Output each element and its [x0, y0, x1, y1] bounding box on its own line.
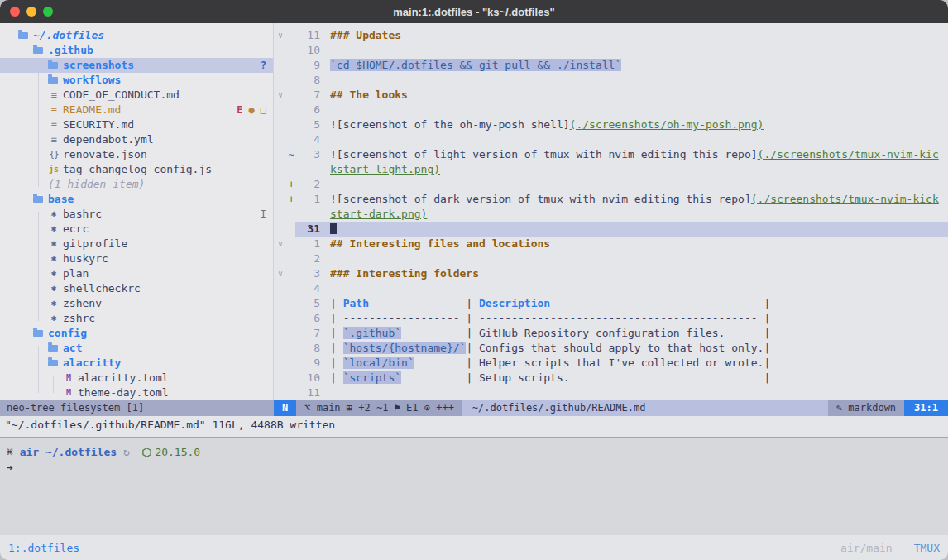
- tree-item[interactable]: jstag-changelog-config.js: [0, 162, 273, 177]
- filename-segment: ~/.dotfiles/.github/README.md: [462, 400, 828, 416]
- tree-folder[interactable]: config: [0, 326, 273, 341]
- editor-line[interactable]: 4: [274, 281, 948, 296]
- editor-line[interactable]: +2: [274, 177, 948, 192]
- fold-column: [274, 103, 287, 117]
- fold-chevron-icon: ∨: [274, 28, 287, 43]
- line-number: 7: [295, 326, 330, 341]
- fold-column: [274, 341, 287, 356]
- tree-item[interactable]: ≡README.mdE●□: [0, 103, 273, 117]
- line-text: ## Interesting files and locations: [330, 237, 948, 251]
- line-number: 9: [295, 356, 330, 371]
- error-badge: E: [237, 103, 242, 117]
- editor-line[interactable]: 5| Path | Description |: [274, 296, 948, 311]
- editor-line[interactable]: 31: [274, 222, 948, 237]
- editor-line[interactable]: 9`cd $HOME/.dotfiles && git pull && ./in…: [274, 58, 948, 73]
- toml-icon: M: [63, 371, 74, 385]
- sign-column: [287, 296, 295, 311]
- editor-line[interactable]: 5![screenshot of the oh-my-posh shell](.…: [274, 117, 948, 132]
- tree-folder[interactable]: screenshots?: [0, 58, 273, 73]
- tree-item[interactable]: {}renovate.json: [0, 147, 273, 162]
- editor-line[interactable]: 11: [274, 385, 948, 400]
- close-window-button[interactable]: [10, 7, 20, 17]
- editor-line[interactable]: 9| `local/bin` | Helper scripts that I'v…: [274, 356, 948, 371]
- tree-item[interactable]: ✱plan: [0, 266, 273, 281]
- dotfile-icon: ✱: [48, 296, 60, 311]
- tree-folder[interactable]: ~/.dotfiles: [0, 28, 273, 43]
- tree-item-label: .github: [48, 43, 93, 58]
- shell-pane[interactable]: ⌘ air ~/.dotfiles ↻ 20.15.0 ➜: [0, 437, 948, 535]
- line-segment: Path: [343, 297, 369, 309]
- tree-item[interactable]: ✱zshenv: [0, 296, 273, 311]
- tree-item[interactable]: ✱zshrc: [0, 311, 273, 326]
- editor-line[interactable]: ∨7## The looks: [274, 88, 948, 103]
- editor-line[interactable]: 6| ------------------ | ----------------…: [274, 311, 948, 326]
- line-number: [295, 207, 330, 222]
- line-body: 10: [295, 43, 948, 58]
- tree-item-marks: E●□: [237, 103, 266, 117]
- tree-item[interactable]: ✱shellcheckrc: [0, 281, 273, 296]
- fold-column: [274, 371, 287, 385]
- node-version-label: 20.15.0: [155, 444, 200, 460]
- fold-column: [274, 281, 287, 296]
- folder-icon: [33, 330, 43, 337]
- neotree-statusline: neo-tree filesystem [1]: [0, 400, 274, 416]
- tree-folder[interactable]: base: [0, 192, 273, 207]
- sign-column: [287, 43, 295, 58]
- tree-folder[interactable]: .github: [0, 43, 273, 58]
- tree-item[interactable]: ✱bashrcI: [0, 207, 273, 222]
- line-body: 7| `.github` | GitHub Repository configu…: [295, 326, 948, 341]
- editor-line[interactable]: 10: [274, 43, 948, 58]
- line-number: 3: [295, 266, 330, 281]
- zoom-window-button[interactable]: [43, 7, 53, 17]
- editor-line[interactable]: 8: [274, 73, 948, 88]
- line-number: 10: [295, 371, 330, 385]
- tree-item[interactable]: ✱ecrc: [0, 222, 273, 237]
- tree-item-label: tag-changelog-config.js: [63, 162, 212, 177]
- tree-item-label: workflows: [63, 73, 121, 88]
- editor-buffer[interactable]: ∨11### Updates109`cd $HOME/.dotfiles && …: [274, 23, 948, 400]
- tree-item[interactable]: ≡dependabot.yml: [0, 132, 273, 147]
- tmux-window-label[interactable]: 1:.dotfiles: [8, 542, 79, 554]
- json-icon: {}: [48, 147, 60, 162]
- tree-folder[interactable]: alacritty: [0, 356, 273, 371]
- tree-folder[interactable]: workflows: [0, 73, 273, 88]
- editor-line[interactable]: start-dark.png): [274, 207, 948, 222]
- dotfile-icon: ✱: [48, 266, 60, 281]
- tree-folder[interactable]: act: [0, 341, 273, 356]
- tree-item[interactable]: ≡SECURITY.md: [0, 117, 273, 132]
- tree-item[interactable]: ✱gitprofile: [0, 237, 273, 251]
- editor-line[interactable]: 6: [274, 103, 948, 117]
- tree-item[interactable]: Malacritty.toml: [0, 371, 273, 385]
- line-segment: ## Interesting files and locations: [330, 237, 550, 250]
- line-body: 11### Updates: [295, 28, 948, 43]
- git-unstaged-icon: □: [261, 103, 266, 117]
- line-body: 9| `local/bin` | Helper scripts that I'v…: [295, 356, 948, 371]
- editor-line[interactable]: 7| `.github` | GitHub Repository configu…: [274, 326, 948, 341]
- editor-line[interactable]: 10| `scripts` | Setup scripts. |: [274, 371, 948, 385]
- tree-item-label: README.md: [63, 103, 121, 117]
- line-number: 7: [295, 88, 330, 103]
- tree-item-label: screenshots: [63, 58, 134, 73]
- tree-item[interactable]: ≡CODE_OF_CONDUCT.md: [0, 88, 273, 103]
- sign-column: [287, 356, 295, 371]
- tree-item[interactable]: (1 hidden item): [0, 177, 273, 192]
- line-number: 6: [295, 103, 330, 117]
- editor-line[interactable]: ∨1## Interesting files and locations: [274, 237, 948, 251]
- sign-column: [287, 281, 295, 296]
- sign-column: [287, 117, 295, 132]
- line-text: [330, 43, 948, 58]
- minimize-window-button[interactable]: [26, 7, 36, 17]
- editor-line[interactable]: 8| `hosts/{hostname}/`| Configs that sho…: [274, 341, 948, 356]
- editor-line[interactable]: 4: [274, 132, 948, 147]
- editor-line[interactable]: ~3![screenshot of light version of tmux …: [274, 147, 948, 162]
- sign-column: [287, 103, 295, 117]
- line-segment: (./screenshots/oh-my-posh.png): [570, 118, 764, 131]
- editor-line[interactable]: 2: [274, 251, 948, 266]
- editor-line[interactable]: +1![screenshot of dark version of tmux w…: [274, 192, 948, 207]
- tree-item[interactable]: Mtheme-day.toml: [0, 385, 273, 400]
- editor-line[interactable]: ∨3### Interesting folders: [274, 266, 948, 281]
- tree-item[interactable]: ✱huskyrc: [0, 251, 273, 266]
- editor-line[interactable]: ∨11### Updates: [274, 28, 948, 43]
- fold-chevron-icon: ∨: [274, 237, 287, 251]
- editor-line[interactable]: kstart-light.png): [274, 162, 948, 177]
